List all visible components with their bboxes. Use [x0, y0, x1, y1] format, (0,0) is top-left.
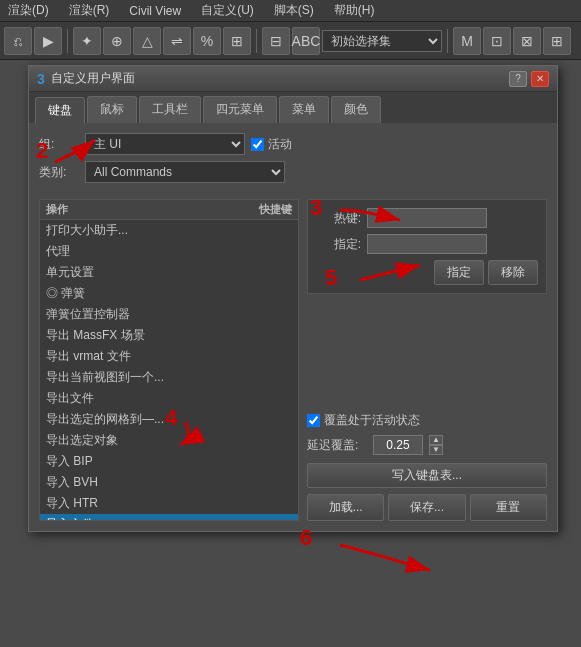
cover-label: 覆盖处于活动状态: [324, 412, 420, 429]
directive-row: 指定:: [316, 234, 538, 254]
tab-color[interactable]: 颜色: [331, 96, 381, 123]
menu-customize[interactable]: 自定义(U): [197, 0, 258, 21]
list-item-action: 导出 MassFX 场景: [46, 327, 145, 344]
bottom-btn-row: 加载... 保存... 重置: [307, 494, 547, 521]
dialog-titlebar: 3 自定义用户界面 ? ✕: [29, 66, 557, 92]
list-item[interactable]: 导入 BIP: [40, 451, 298, 472]
dialog-title: 3 自定义用户界面: [37, 70, 135, 87]
toolbar-btn-1[interactable]: ⎌: [4, 27, 32, 55]
toolbar-btn-8[interactable]: ⊞: [223, 27, 251, 55]
toolbar-btn-7[interactable]: %: [193, 27, 221, 55]
toolbar-btn-12[interactable]: ⊡: [483, 27, 511, 55]
toolbar-btn-3[interactable]: ✦: [73, 27, 101, 55]
menu-civil-view[interactable]: Civil View: [125, 2, 185, 20]
toolbar-btn-4[interactable]: ⊕: [103, 27, 131, 55]
save-btn[interactable]: 保存...: [388, 494, 465, 521]
list-item[interactable]: 弹簧位置控制器: [40, 304, 298, 325]
tab-quad-menu[interactable]: 四元菜单: [203, 96, 277, 123]
category-label: 类别:: [39, 164, 79, 181]
list-item[interactable]: 导入文件: [40, 514, 298, 520]
toolbar-combo[interactable]: 初始选择集: [322, 30, 442, 52]
cover-row: 覆盖处于活动状态: [307, 412, 547, 429]
toolbar-btn-11[interactable]: M: [453, 27, 481, 55]
menu-render-r[interactable]: 渲染(R): [65, 0, 114, 21]
group-combo[interactable]: 主 UI: [85, 133, 245, 155]
assign-btn[interactable]: 指定: [434, 260, 484, 285]
category-combo[interactable]: All Commands: [85, 161, 285, 183]
list-body[interactable]: 打印大小助手...代理单元设置◎ 弹簧弹簧位置控制器导出 MassFX 场景导出…: [40, 220, 298, 520]
dialog-controls: ? ✕: [509, 71, 549, 87]
list-item[interactable]: 导出 vrmat 文件: [40, 346, 298, 367]
list-item[interactable]: 导出文件: [40, 388, 298, 409]
cover-checkbox-label[interactable]: 覆盖处于活动状态: [307, 412, 420, 429]
directive-input[interactable]: [367, 234, 487, 254]
list-item[interactable]: 导出 MassFX 场景: [40, 325, 298, 346]
dialog-close-btn[interactable]: ✕: [531, 71, 549, 87]
toolbar-btn-2[interactable]: ▶: [34, 27, 62, 55]
tab-mouse[interactable]: 鼠标: [87, 96, 137, 123]
list-item-action: 弹簧位置控制器: [46, 306, 130, 323]
toolbar-sep-3: [447, 29, 448, 53]
list-item[interactable]: 打印大小助手...: [40, 220, 298, 241]
assign-remove-row: 指定 移除: [316, 260, 538, 285]
active-label: 活动: [268, 136, 292, 153]
cover-checkbox[interactable]: [307, 414, 320, 427]
toolbar-btn-9[interactable]: ⊟: [262, 27, 290, 55]
list-item[interactable]: 代理: [40, 241, 298, 262]
toolbar-sep-2: [256, 29, 257, 53]
remove-btn[interactable]: 移除: [488, 260, 538, 285]
list-item-action: 导出 vrmat 文件: [46, 348, 131, 365]
tab-toolbar[interactable]: 工具栏: [139, 96, 201, 123]
load-btn[interactable]: 加载...: [307, 494, 384, 521]
list-panel: 操作 快捷键 打印大小助手...代理单元设置◎ 弹簧弹簧位置控制器导出 Mass…: [39, 199, 299, 521]
hotkey-section: 热键: 指定: 指定 移除: [307, 199, 547, 294]
list-item[interactable]: 导出选定对象: [40, 430, 298, 451]
list-item[interactable]: ◎ 弹簧: [40, 283, 298, 304]
list-item[interactable]: 导出选定的网格到—...: [40, 409, 298, 430]
menu-help[interactable]: 帮助(H): [330, 0, 379, 21]
dialog-help-btn[interactable]: ?: [509, 71, 527, 87]
dialog-title-icon: 3: [37, 71, 45, 87]
menu-render-d[interactable]: 渲染(D): [4, 0, 53, 21]
reset-btn[interactable]: 重置: [470, 494, 547, 521]
menu-bar: 渲染(D) 渲染(R) Civil View 自定义(U) 脚本(S) 帮助(H…: [0, 0, 581, 22]
toolbar-btn-10[interactable]: ABC: [292, 27, 320, 55]
list-item-action: 导入 HTR: [46, 495, 98, 512]
directive-label: 指定:: [316, 236, 361, 253]
group-row: 组: 主 UI 活动: [39, 133, 547, 155]
spinner-up[interactable]: ▲: [429, 435, 443, 445]
tab-menu[interactable]: 菜单: [279, 96, 329, 123]
menu-script[interactable]: 脚本(S): [270, 0, 318, 21]
list-item[interactable]: 导出当前视图到一个...: [40, 367, 298, 388]
list-item-action: 打印大小助手...: [46, 222, 128, 239]
col-action: 操作: [46, 202, 68, 217]
toolbar-btn-5[interactable]: △: [133, 27, 161, 55]
delay-spinner[interactable]: ▲ ▼: [429, 435, 443, 455]
dialog-title-text: 自定义用户界面: [51, 70, 135, 87]
active-checkbox[interactable]: [251, 138, 264, 151]
dialog-customize-ui: 3 自定义用户界面 ? ✕ 键盘 鼠标 工具栏 四元菜单 菜单 颜色 组: 主 …: [28, 65, 558, 532]
list-item[interactable]: 导入 HTR: [40, 493, 298, 514]
tab-keyboard[interactable]: 键盘: [35, 97, 85, 124]
write-keyboard-btn[interactable]: 写入键盘表...: [307, 463, 547, 488]
toolbar-btn-6[interactable]: ⇌: [163, 27, 191, 55]
dialog-content: 组: 主 UI 活动 类别: All Commands: [29, 123, 557, 199]
right-panel: 热键: 指定: 指定 移除 覆盖处于活动状态: [307, 199, 547, 521]
toolbar-btn-14[interactable]: ⊞: [543, 27, 571, 55]
toolbar-sep-1: [67, 29, 68, 53]
list-item[interactable]: 导入 BVH: [40, 472, 298, 493]
bottom-section: 覆盖处于活动状态 延迟覆盖: ▲ ▼ 写入键盘表... 加载... 保存... …: [307, 412, 547, 521]
active-checkbox-label[interactable]: 活动: [251, 136, 292, 153]
list-item-action: 导出当前视图到一个...: [46, 369, 164, 386]
list-item-action: 导出选定对象: [46, 432, 118, 449]
tabs: 键盘 鼠标 工具栏 四元菜单 菜单 颜色: [29, 92, 557, 123]
spinner-down[interactable]: ▼: [429, 445, 443, 455]
list-item[interactable]: 单元设置: [40, 262, 298, 283]
toolbar-btn-13[interactable]: ⊠: [513, 27, 541, 55]
delay-label: 延迟覆盖:: [307, 437, 367, 454]
toolbar: ⎌ ▶ ✦ ⊕ △ ⇌ % ⊞ ⊟ ABC 初始选择集 M ⊡ ⊠ ⊞: [0, 22, 581, 60]
delay-row: 延迟覆盖: ▲ ▼: [307, 435, 547, 455]
hotkey-input[interactable]: [367, 208, 487, 228]
list-item-action: 代理: [46, 243, 70, 260]
delay-input[interactable]: [373, 435, 423, 455]
